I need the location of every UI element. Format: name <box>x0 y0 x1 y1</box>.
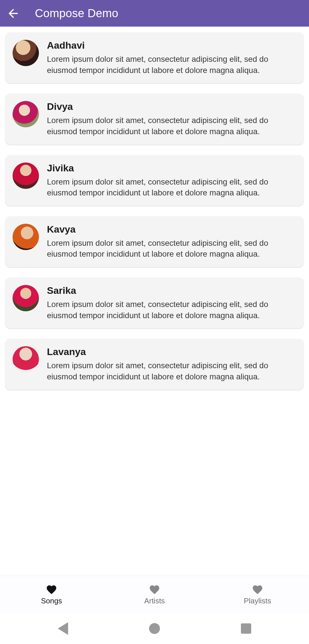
list-item-desc: Lorem ipsum dolor sit amet, consectetur … <box>47 299 296 321</box>
heart-icon <box>46 584 57 595</box>
list-item-title: Jivika <box>47 163 296 174</box>
avatar <box>13 224 39 250</box>
avatar <box>13 40 39 66</box>
list-item[interactable]: Kavya Lorem ipsum dolor sit amet, consec… <box>5 216 304 267</box>
avatar <box>13 101 39 127</box>
list-item-desc: Lorem ipsum dolor sit amet, consectetur … <box>47 115 296 137</box>
avatar <box>13 346 39 372</box>
system-home-button[interactable] <box>149 623 160 634</box>
app-bar: Compose Demo <box>0 0 309 27</box>
list-item-body: Aadhavi Lorem ipsum dolor sit amet, cons… <box>47 40 296 76</box>
bottom-navigation: Songs Artists Playlists <box>0 576 309 613</box>
list-item-body: Jivika Lorem ipsum dolor sit amet, conse… <box>47 163 296 199</box>
list-content[interactable]: Aadhavi Lorem ipsum dolor sit amet, cons… <box>0 27 309 576</box>
list-item-desc: Lorem ipsum dolor sit amet, consectetur … <box>47 238 296 260</box>
avatar <box>13 163 39 189</box>
list-item-body: Kavya Lorem ipsum dolor sit amet, consec… <box>47 224 296 260</box>
list-item-body: Lavanya Lorem ipsum dolor sit amet, cons… <box>47 346 296 382</box>
list-item-title: Kavya <box>47 224 296 235</box>
nav-tab-artists[interactable]: Artists <box>103 576 206 613</box>
list-item-title: Divya <box>47 101 296 112</box>
system-navigation-bar <box>0 613 309 644</box>
list-item[interactable]: Jivika Lorem ipsum dolor sit amet, conse… <box>5 155 304 206</box>
heart-icon <box>252 584 263 595</box>
system-recent-button[interactable] <box>241 623 251 634</box>
list-item-title: Aadhavi <box>47 40 296 51</box>
list-item-body: Divya Lorem ipsum dolor sit amet, consec… <box>47 101 296 137</box>
back-button[interactable] <box>6 5 23 22</box>
arrow-back-icon <box>6 7 20 20</box>
nav-label: Artists <box>144 597 165 605</box>
list-item-desc: Lorem ipsum dolor sit amet, consectetur … <box>47 54 296 76</box>
heart-icon <box>149 584 160 595</box>
list-item-title: Lavanya <box>47 346 296 357</box>
list-item[interactable]: Divya Lorem ipsum dolor sit amet, consec… <box>5 94 304 144</box>
nav-label: Playlists <box>244 597 271 605</box>
list-item-desc: Lorem ipsum dolor sit amet, consectetur … <box>47 360 296 382</box>
list-item-desc: Lorem ipsum dolor sit amet, consectetur … <box>47 177 296 199</box>
list-item[interactable]: Sarika Lorem ipsum dolor sit amet, conse… <box>5 278 304 328</box>
nav-tab-songs[interactable]: Songs <box>0 576 103 613</box>
list-item[interactable]: Lavanya Lorem ipsum dolor sit amet, cons… <box>5 339 304 390</box>
avatar <box>13 285 39 311</box>
app-bar-title: Compose Demo <box>35 7 118 20</box>
list-item[interactable]: Aadhavi Lorem ipsum dolor sit amet, cons… <box>5 32 304 83</box>
system-back-button[interactable] <box>58 622 68 635</box>
nav-tab-playlists[interactable]: Playlists <box>206 576 309 613</box>
list-item-title: Sarika <box>47 285 296 296</box>
nav-label: Songs <box>41 597 62 605</box>
list-item-body: Sarika Lorem ipsum dolor sit amet, conse… <box>47 285 296 321</box>
